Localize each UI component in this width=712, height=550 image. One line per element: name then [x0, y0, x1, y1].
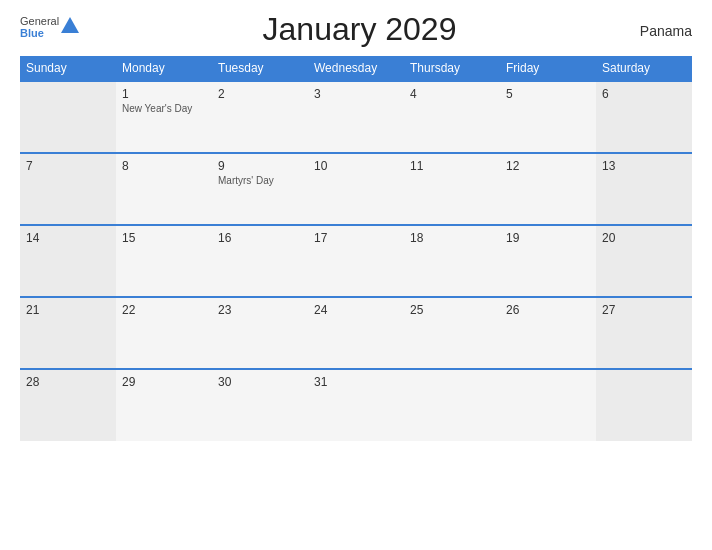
day-number: 28	[26, 375, 110, 389]
week-row-2: 789Martyrs' Day10111213	[20, 153, 692, 225]
calendar-header: General Blue January 2029 Panama	[20, 15, 692, 48]
day-number: 1	[122, 87, 206, 101]
calendar-cell	[500, 369, 596, 441]
day-number: 2	[218, 87, 302, 101]
calendar-cell: 12	[500, 153, 596, 225]
calendar-cell: 29	[116, 369, 212, 441]
col-header-sunday: Sunday	[20, 56, 116, 81]
calendar-cell: 6	[596, 81, 692, 153]
day-number: 31	[314, 375, 398, 389]
day-number: 27	[602, 303, 686, 317]
calendar-table: SundayMondayTuesdayWednesdayThursdayFrid…	[20, 56, 692, 441]
calendar-cell: 19	[500, 225, 596, 297]
day-number: 6	[602, 87, 686, 101]
week-row-4: 21222324252627	[20, 297, 692, 369]
day-number: 13	[602, 159, 686, 173]
calendar-cell: 16	[212, 225, 308, 297]
calendar-cell: 28	[20, 369, 116, 441]
logo-blue: Blue	[20, 27, 59, 39]
day-number: 24	[314, 303, 398, 317]
calendar-cell: 14	[20, 225, 116, 297]
calendar-title: January 2029	[79, 11, 640, 48]
day-number: 11	[410, 159, 494, 173]
logo-text: General Blue	[20, 15, 59, 39]
calendar-cell: 7	[20, 153, 116, 225]
day-number: 25	[410, 303, 494, 317]
calendar-header-row: SundayMondayTuesdayWednesdayThursdayFrid…	[20, 56, 692, 81]
calendar-container: General Blue January 2029 Panama SundayM…	[0, 0, 712, 550]
day-number: 22	[122, 303, 206, 317]
day-number: 5	[506, 87, 590, 101]
day-number: 10	[314, 159, 398, 173]
day-number: 7	[26, 159, 110, 173]
col-header-thursday: Thursday	[404, 56, 500, 81]
logo: General Blue	[20, 15, 79, 39]
week-row-3: 14151617181920	[20, 225, 692, 297]
calendar-cell: 5	[500, 81, 596, 153]
day-number: 16	[218, 231, 302, 245]
col-header-saturday: Saturday	[596, 56, 692, 81]
calendar-cell: 24	[308, 297, 404, 369]
holiday-name: Martyrs' Day	[218, 175, 302, 186]
day-number: 14	[26, 231, 110, 245]
logo-triangle-icon	[61, 17, 79, 33]
calendar-cell: 17	[308, 225, 404, 297]
day-number: 3	[314, 87, 398, 101]
day-number: 18	[410, 231, 494, 245]
calendar-cell: 30	[212, 369, 308, 441]
calendar-cell: 18	[404, 225, 500, 297]
calendar-cell: 9Martyrs' Day	[212, 153, 308, 225]
day-number: 12	[506, 159, 590, 173]
calendar-cell: 23	[212, 297, 308, 369]
week-row-1: 1New Year's Day23456	[20, 81, 692, 153]
calendar-cell: 1New Year's Day	[116, 81, 212, 153]
calendar-cell: 20	[596, 225, 692, 297]
col-header-wednesday: Wednesday	[308, 56, 404, 81]
day-number: 20	[602, 231, 686, 245]
calendar-cell: 3	[308, 81, 404, 153]
calendar-cell	[20, 81, 116, 153]
col-header-friday: Friday	[500, 56, 596, 81]
week-row-5: 28293031	[20, 369, 692, 441]
calendar-cell: 21	[20, 297, 116, 369]
calendar-cell: 11	[404, 153, 500, 225]
day-number: 8	[122, 159, 206, 173]
calendar-cell: 15	[116, 225, 212, 297]
calendar-cell: 26	[500, 297, 596, 369]
calendar-cell: 13	[596, 153, 692, 225]
day-number: 4	[410, 87, 494, 101]
day-number: 21	[26, 303, 110, 317]
calendar-cell: 25	[404, 297, 500, 369]
day-number: 26	[506, 303, 590, 317]
calendar-cell: 22	[116, 297, 212, 369]
calendar-cell: 31	[308, 369, 404, 441]
calendar-cell	[404, 369, 500, 441]
day-number: 29	[122, 375, 206, 389]
logo-general: General	[20, 15, 59, 27]
calendar-cell	[596, 369, 692, 441]
calendar-cell: 8	[116, 153, 212, 225]
day-number: 30	[218, 375, 302, 389]
day-number: 17	[314, 231, 398, 245]
day-number: 19	[506, 231, 590, 245]
col-header-tuesday: Tuesday	[212, 56, 308, 81]
country-label: Panama	[640, 23, 692, 39]
calendar-cell: 10	[308, 153, 404, 225]
day-number: 23	[218, 303, 302, 317]
calendar-cell: 4	[404, 81, 500, 153]
day-number: 15	[122, 231, 206, 245]
col-header-monday: Monday	[116, 56, 212, 81]
holiday-name: New Year's Day	[122, 103, 206, 114]
calendar-cell: 2	[212, 81, 308, 153]
day-number: 9	[218, 159, 302, 173]
calendar-cell: 27	[596, 297, 692, 369]
